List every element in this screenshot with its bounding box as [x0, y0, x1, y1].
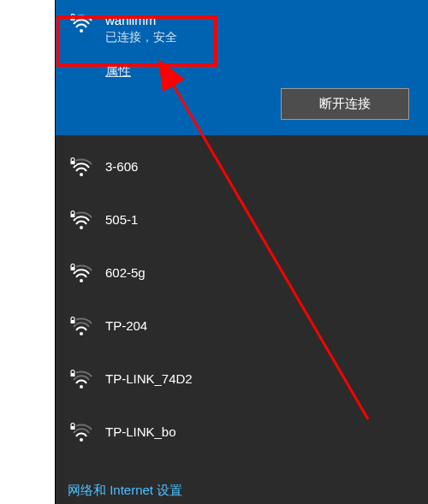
wifi-secured-icon — [69, 14, 93, 34]
available-networks-list: 3-606 505-1 602-5g TP-204 — [56, 135, 428, 459]
network-item[interactable]: TP-LINK_bo — [56, 406, 428, 459]
wifi-secured-icon — [69, 317, 93, 337]
connected-network-text: wanlimm 已连接，安全 — [105, 12, 177, 44]
properties-link[interactable]: 属性 — [105, 63, 131, 80]
network-item[interactable]: 505-1 — [56, 193, 428, 246]
svg-rect-8 — [71, 214, 75, 217]
network-item[interactable]: TP-LINK_74D2 — [56, 353, 428, 406]
connected-network-header: wanlimm 已连接，安全 — [69, 12, 414, 44]
wifi-secured-icon — [69, 157, 93, 178]
network-settings-link[interactable]: 网络和 Internet 设置 — [68, 483, 182, 499]
network-name: TP-LINK_74D2 — [105, 371, 193, 386]
network-name: TP-LINK_bo — [105, 424, 176, 439]
network-name: 602-5g — [105, 265, 146, 280]
network-name: 505-1 — [105, 212, 138, 227]
connected-network-name: wanlimm — [105, 12, 177, 29]
wifi-secured-icon — [69, 210, 93, 231]
svg-rect-20 — [71, 426, 75, 430]
svg-point-3 — [80, 173, 83, 176]
svg-rect-14 — [71, 320, 75, 323]
svg-point-9 — [80, 279, 83, 282]
network-item[interactable]: TP-204 — [56, 299, 428, 353]
svg-rect-17 — [71, 373, 75, 377]
wifi-flyout-panel: wanlimm 已连接，安全 属性 断开连接 3-606 505-1 — [55, 0, 428, 504]
svg-point-12 — [80, 332, 83, 335]
network-name: 3-606 — [105, 159, 138, 174]
svg-point-15 — [80, 385, 83, 388]
connected-network-section[interactable]: wanlimm 已连接，安全 属性 断开连接 — [56, 0, 428, 135]
wifi-secured-icon — [69, 264, 93, 284]
svg-rect-2 — [71, 17, 75, 21]
svg-point-0 — [80, 29, 83, 33]
network-item[interactable]: 602-5g — [56, 246, 428, 299]
svg-rect-11 — [71, 267, 75, 270]
svg-point-18 — [80, 438, 83, 442]
disconnect-row: 断开连接 — [69, 88, 414, 120]
disconnect-button[interactable]: 断开连接 — [281, 88, 409, 120]
wifi-secured-icon — [69, 423, 93, 443]
wifi-secured-icon — [69, 370, 93, 390]
svg-rect-5 — [71, 161, 75, 164]
connected-network-status: 已连接，安全 — [105, 29, 177, 44]
network-item[interactable]: 3-606 — [56, 140, 428, 193]
network-name: TP-204 — [105, 318, 147, 333]
svg-point-6 — [80, 226, 83, 229]
